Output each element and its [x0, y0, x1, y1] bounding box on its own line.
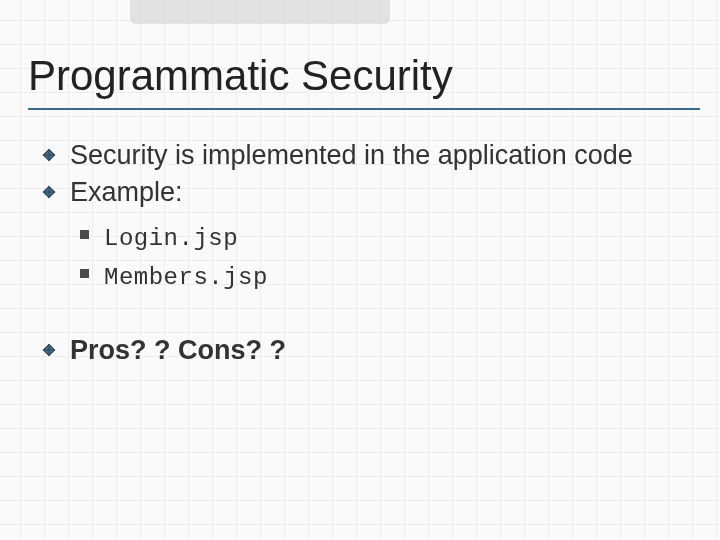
square-bullet-icon [80, 269, 89, 278]
bullet-text-3: Pros? ? Cons? ? [70, 335, 286, 365]
sub-text-1: Login.jsp [104, 225, 238, 252]
bullet-item-1: Security is implemented in the applicati… [70, 138, 700, 173]
square-bullet-icon [80, 230, 89, 239]
bullet-item-3: Pros? ? Cons? ? [70, 333, 700, 368]
sub-item-2: Members.jsp [104, 257, 700, 296]
slide-content: Programmatic Security Security is implem… [28, 52, 700, 520]
bullet-list: Security is implemented in the applicati… [28, 138, 700, 368]
diamond-bullet-icon [42, 185, 56, 199]
bullet-text-2: Example: [70, 177, 183, 207]
top-tab-placeholder [130, 0, 390, 24]
sub-text-2: Members.jsp [104, 264, 268, 291]
sub-item-1: Login.jsp [104, 218, 700, 257]
diamond-bullet-icon [42, 343, 56, 357]
slide-title: Programmatic Security [28, 52, 700, 100]
sub-list: Login.jsp Members.jsp [70, 210, 700, 296]
diamond-bullet-icon [42, 148, 56, 162]
title-underline [28, 108, 700, 110]
bullet-item-2: Example: Login.jsp Members.jsp [70, 175, 700, 296]
bullet-text-1: Security is implemented in the applicati… [70, 140, 633, 170]
spacer [70, 299, 700, 331]
